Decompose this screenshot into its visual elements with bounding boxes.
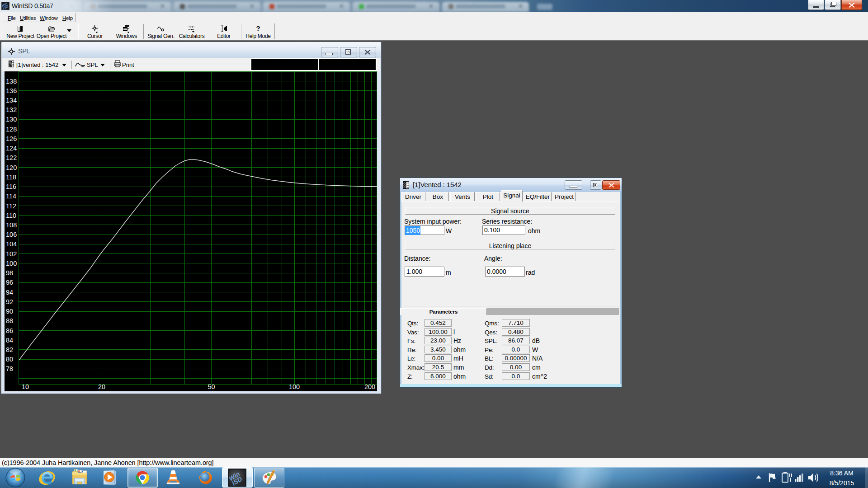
svg-text:130: 130 xyxy=(6,116,17,123)
svg-text:90: 90 xyxy=(6,308,13,315)
svg-text:92: 92 xyxy=(6,298,13,305)
svg-text:50: 50 xyxy=(208,383,215,390)
svg-text:80: 80 xyxy=(6,356,13,363)
svg-text:102: 102 xyxy=(6,250,17,258)
svg-text:84: 84 xyxy=(6,337,13,344)
svg-text:112: 112 xyxy=(6,202,16,210)
svg-text:20: 20 xyxy=(98,383,105,390)
svg-text:10: 10 xyxy=(22,383,29,390)
svg-text:126: 126 xyxy=(6,135,17,142)
svg-text:100: 100 xyxy=(289,383,300,390)
svg-text:118: 118 xyxy=(6,174,16,181)
svg-text:106: 106 xyxy=(6,231,17,238)
svg-text:98: 98 xyxy=(6,269,13,277)
svg-text:94: 94 xyxy=(6,289,13,296)
svg-text:86: 86 xyxy=(6,327,13,334)
svg-text:136: 136 xyxy=(6,87,17,94)
svg-text:122: 122 xyxy=(6,154,17,161)
svg-text:110: 110 xyxy=(6,212,16,219)
svg-text:128: 128 xyxy=(6,126,17,133)
svg-text:108: 108 xyxy=(6,221,17,229)
svg-text:200: 200 xyxy=(364,383,375,390)
svg-text:82: 82 xyxy=(6,346,13,353)
svg-text:138: 138 xyxy=(6,78,17,85)
svg-text:132: 132 xyxy=(6,106,17,113)
svg-text:124: 124 xyxy=(6,145,17,152)
svg-text:114: 114 xyxy=(6,192,16,200)
svg-text:78: 78 xyxy=(6,365,13,372)
svg-text:100: 100 xyxy=(6,260,17,267)
svg-text:104: 104 xyxy=(6,240,17,248)
svg-text:116: 116 xyxy=(6,183,16,190)
svg-text:120: 120 xyxy=(6,164,17,171)
svg-text:134: 134 xyxy=(6,97,17,104)
svg-text:88: 88 xyxy=(6,317,13,324)
svg-text:?: ? xyxy=(256,25,260,32)
svg-text:96: 96 xyxy=(6,279,13,286)
